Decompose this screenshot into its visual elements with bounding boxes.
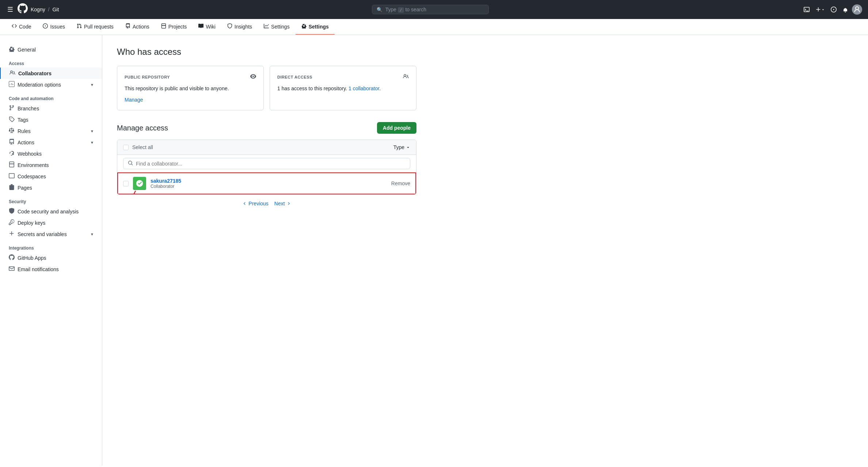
tab-settings[interactable]: Settings	[296, 19, 335, 35]
next-label: Next	[274, 201, 285, 206]
top-navigation: ☰ Kogny / Git 🔍 Type / to search	[0, 0, 868, 19]
terminal-button[interactable]	[802, 4, 812, 15]
security-icon	[227, 23, 232, 30]
direct-access-card: DIRECT ACCESS 1 has access to this repos…	[270, 66, 416, 110]
wiki-icon	[198, 23, 203, 30]
sidebar-item-actions[interactable]: Actions ▾	[0, 137, 102, 148]
search-text: Type / to search	[385, 7, 484, 12]
environments-label: Environments	[18, 162, 49, 168]
moderation-icon	[9, 81, 15, 88]
hamburger-menu[interactable]: ☰	[6, 4, 15, 15]
sidebar-item-environments[interactable]: Environments	[0, 159, 102, 171]
sidebar-item-general[interactable]: General	[0, 44, 102, 55]
red-arrow-annotation	[128, 191, 139, 195]
pr-icon	[77, 23, 82, 30]
select-all-checkbox[interactable]	[123, 145, 129, 150]
secrets-chevron: ▾	[91, 232, 93, 237]
sidebar-item-code-security[interactable]: Code security and analysis	[0, 206, 102, 217]
add-people-button[interactable]: Add people	[377, 122, 416, 134]
tab-actions[interactable]: Actions	[119, 19, 155, 35]
rules-label: Rules	[18, 128, 31, 134]
collaborator-checkbox[interactable]	[123, 181, 129, 186]
tab-security[interactable]: Insights	[221, 19, 258, 35]
main-layout: General Access Collaborators Moderation …	[0, 35, 868, 466]
github-logo	[18, 3, 28, 16]
user-avatar[interactable]	[852, 4, 862, 15]
sidebar-item-codespaces[interactable]: Codespaces	[0, 171, 102, 182]
deploy-keys-label: Deploy keys	[18, 220, 45, 226]
github-apps-label: GitHub Apps	[18, 255, 46, 261]
integrations-section-header: Integrations	[0, 243, 102, 252]
settings-sidebar: General Access Collaborators Moderation …	[0, 35, 102, 466]
insights-icon	[264, 23, 269, 30]
code-icon	[12, 23, 17, 30]
access-section-header: Access	[0, 58, 102, 68]
remove-button[interactable]: Remove	[391, 181, 410, 186]
search-input-wrapper[interactable]	[123, 158, 410, 169]
pagination: Previous Next	[117, 201, 416, 206]
sidebar-item-github-apps[interactable]: GitHub Apps	[0, 252, 102, 263]
tab-projects-label: Projects	[168, 24, 187, 30]
type-filter[interactable]: Type	[393, 144, 410, 150]
tab-code-label: Code	[19, 24, 31, 30]
type-filter-label: Type	[393, 144, 404, 150]
previous-button[interactable]: Previous	[243, 201, 268, 206]
tab-code[interactable]: Code	[6, 19, 37, 35]
actions-sidebar-label: Actions	[18, 140, 34, 145]
tab-pr-label: Pull requests	[84, 24, 114, 30]
collaborators-icon	[9, 70, 15, 77]
tab-projects[interactable]: Projects	[155, 19, 193, 35]
sidebar-item-tags[interactable]: Tags	[0, 114, 102, 125]
collaborator-avatar	[133, 177, 146, 190]
sidebar-item-branches[interactable]: Branches	[0, 103, 102, 114]
add-new-button[interactable]	[813, 4, 827, 15]
direct-access-label: DIRECT ACCESS	[277, 75, 312, 79]
rules-chevron: ▾	[91, 129, 93, 134]
global-search-bar[interactable]: 🔍 Type / to search	[372, 5, 489, 14]
repo-name-link[interactable]: Git	[52, 7, 59, 12]
tab-issues-label: Issues	[50, 24, 65, 30]
code-security-label: Code security and analysis	[18, 209, 79, 214]
security-section-header: Security	[0, 196, 102, 206]
branches-label: Branches	[18, 106, 39, 111]
manage-link[interactable]: Manage	[125, 97, 256, 103]
email-notifications-label: Email notifications	[18, 266, 59, 272]
sidebar-item-rules[interactable]: Rules ▾	[0, 125, 102, 137]
nav-right	[802, 4, 862, 15]
public-repo-label: PUBLIC REPOSITORY	[125, 75, 170, 79]
sidebar-item-secrets[interactable]: Secrets and variables ▾	[0, 228, 102, 240]
nav-left: ☰ Kogny / Git	[6, 3, 59, 16]
sidebar-item-email-notifications[interactable]: Email notifications	[0, 263, 102, 275]
sidebar-item-moderation[interactable]: Moderation options ▾	[0, 79, 102, 90]
public-repo-card: PUBLIC REPOSITORY This repository is pub…	[117, 66, 264, 110]
repo-path: Kogny / Git	[31, 7, 59, 12]
repo-owner-link[interactable]: Kogny	[31, 7, 45, 12]
github-apps-icon	[9, 254, 15, 261]
moderation-chevron: ▾	[91, 82, 93, 87]
direct-access-card-header: DIRECT ACCESS	[277, 73, 409, 80]
nav-center: 🔍 Type / to search	[63, 5, 797, 14]
eye-icon	[250, 73, 256, 80]
issues-button[interactable]	[829, 4, 839, 15]
pages-icon	[9, 184, 15, 191]
tab-insights[interactable]: Settings	[258, 19, 296, 35]
branches-icon	[9, 105, 15, 112]
notifications-button[interactable]	[840, 4, 850, 15]
tags-label: Tags	[18, 117, 28, 123]
people-icon	[403, 73, 409, 80]
code-security-icon	[9, 208, 15, 215]
collaborator-count-link[interactable]: 1 collaborator	[349, 86, 379, 91]
sidebar-item-collaborators[interactable]: Collaborators	[0, 68, 102, 79]
actions-chevron: ▾	[91, 140, 93, 145]
tab-issues[interactable]: Issues	[37, 19, 71, 35]
code-automation-section-header: Code and automation	[0, 93, 102, 103]
sidebar-item-pages[interactable]: Pages	[0, 182, 102, 193]
next-button[interactable]: Next	[274, 201, 291, 206]
sidebar-item-deploy-keys[interactable]: Deploy keys	[0, 217, 102, 228]
collaborator-search-input[interactable]	[136, 161, 406, 167]
public-repo-text: This repository is public and visible to…	[125, 85, 256, 92]
tab-security-label: Insights	[235, 24, 252, 30]
sidebar-item-webhooks[interactable]: Webhooks	[0, 148, 102, 159]
tab-pull-requests[interactable]: Pull requests	[71, 19, 119, 35]
tab-wiki[interactable]: Wiki	[193, 19, 221, 35]
